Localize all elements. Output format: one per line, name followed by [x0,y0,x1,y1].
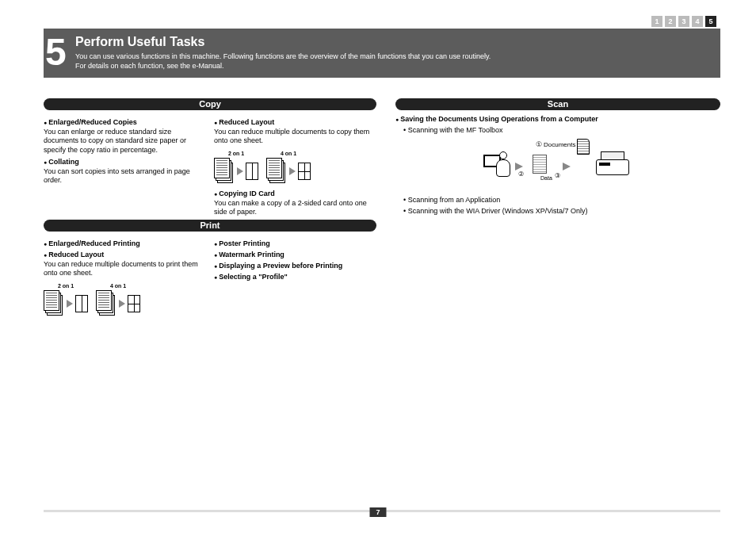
data-icon [533,155,547,174]
arrow-icon [237,167,243,175]
page-number: 7 [369,507,386,517]
nav-step-1: 1 [651,16,662,27]
scan-application: Scanning from an Application [403,196,720,204]
arrow-icon [289,167,296,175]
document-icon [577,139,590,155]
copy-layout-diagram: 2 on 1 4 on 1 [214,151,376,186]
arrow-icon [563,163,571,170]
step-2-icon: ② [518,170,524,178]
section-print-heading: Print [44,220,376,232]
print-preview: Displaying a Preview before Printing [214,262,376,270]
person-computer-icon [479,151,510,183]
step-3-icon: ③ [555,172,560,179]
print-reduced-layout: Reduced Layout [44,251,206,258]
print-poster: Poster Printing [214,239,376,247]
print-reduced-layout-desc: You can reduce multiple documents to pri… [44,260,206,278]
diagram-documents-label: Documents [536,140,575,148]
page-title: Perform Useful Tasks [75,35,712,49]
sheet-2on1-icon [246,163,258,180]
print-watermark: Watermark Printing [214,251,376,258]
print-enlarged-reduced: Enlarged/Reduced Printing [44,239,206,247]
sheet-4on1-icon [298,163,311,180]
chapter-header: 5 Perform Useful Tasks You can use vario… [44,29,720,78]
copy-id-card-desc: You can make a copy of a 2-sided card on… [214,199,376,217]
nav-step-2: 2 [665,16,676,27]
scan-wia-driver: Scanning with the WIA Driver (Windows XP… [403,207,720,215]
sheet-2on1-icon [75,295,88,312]
copy-id-card: Copying ID Card [214,190,376,197]
copy-collating-desc: You can sort copies into sets arranged i… [44,167,206,186]
print-profile: Selecting a "Profile" [214,273,376,281]
arrow-icon [515,163,523,170]
chapter-number: 5 [45,33,67,71]
scan-mf-toolbox: Scanning with the MF Toolbox [403,126,720,134]
section-copy-heading: Copy [44,98,376,110]
scan-save-computer: Saving the Documents Using Operations fr… [395,115,720,123]
scan-diagram: Documents ② Data ③ [479,140,637,188]
printer-icon [596,151,629,175]
copy-2on1-label: 2 on 1 [214,151,258,156]
section-scan-heading: Scan [395,98,720,110]
page-subtitle-2: For details on each function, see the e-… [75,62,712,71]
copy-reduced-layout: Reduced Layout [214,118,376,126]
nav-step-5: 5 [705,16,716,27]
sheet-4on1-icon [128,295,140,312]
nav-step-3: 3 [678,16,689,27]
copy-collating: Collating [44,158,206,166]
diagram-data-label: Data [540,175,552,181]
print-2on1-label: 2 on 1 [44,283,88,289]
arrow-icon [119,300,125,308]
copy-4on1-label: 4 on 1 [266,151,311,156]
nav-step-4: 4 [692,16,703,27]
arrow-icon [67,300,73,308]
copy-enlarged-reduced-desc: You can enlarge or reduce standard size … [44,128,206,155]
print-layout-diagram: 2 on 1 4 on 1 [44,283,206,319]
print-4on1-label: 4 on 1 [96,283,140,289]
page-subtitle-1: You can use various functions in this ma… [75,52,712,62]
copy-reduced-layout-desc: You can reduce multiple documents to cop… [214,128,376,146]
content-area: Copy Enlarged/Reduced Copies You can enl… [44,95,720,319]
copy-enlarged-reduced: Enlarged/Reduced Copies [44,118,206,126]
step-nav: 1 2 3 4 5 [651,16,716,27]
